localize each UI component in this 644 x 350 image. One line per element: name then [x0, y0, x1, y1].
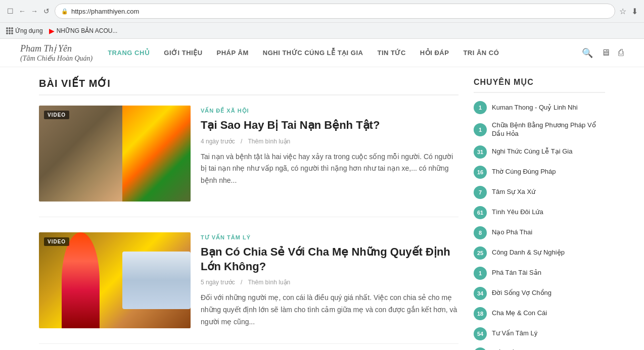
cat-badge: 7 — [474, 186, 487, 199]
cat-label: Nạo Phá Thai — [492, 228, 532, 237]
category-item[interactable]: 1Kuman Thong - Quỷ Linh Nhi — [474, 101, 605, 114]
cat-label: Tình Yêu Đôi Lứa — [492, 208, 543, 217]
category-item[interactable]: 54Tư Vấn Tâm Lý — [474, 327, 605, 340]
cat-badge: 8 — [474, 226, 487, 239]
logo-name: Pham Thị Yên — [20, 43, 93, 54]
browser-actions: ☆ ⬇ — [619, 7, 638, 16]
article-category-2[interactable]: TƯ VẤN TÂM LÝ — [201, 234, 458, 241]
search-icon[interactable]: 🔍 — [582, 47, 593, 59]
article-thumbnail-1[interactable]: VIDEO — [39, 106, 191, 202]
article-meta-2: 5 ngày trước / Thêm bình luận — [201, 279, 458, 286]
apps-label: Ứng dụng — [15, 27, 43, 34]
logo-subtitle: (Tâm Chiếu Hoàn Quán) — [20, 54, 93, 63]
cat-badge: 1 — [474, 101, 487, 114]
url-input[interactable] — [71, 8, 609, 15]
article-category-1[interactable]: VẤN ĐỀ XÃ HỘI — [201, 108, 458, 114]
forward-button[interactable]: → — [30, 7, 38, 15]
category-item[interactable]: 16Thờ Cúng Đúng Pháp — [474, 166, 605, 179]
category-list: 1Kuman Thong - Quỷ Linh Nhi1Chữa Bệnh Bằ… — [474, 101, 605, 350]
article-info-1: VẤN ĐỀ XÃ HỘI Tại Sao Hay Bị Tai Nạn Bện… — [201, 106, 458, 202]
sidebar-title: CHUYÊN MỤC — [474, 77, 605, 93]
cat-label: Tư Vấn Tâm Lý — [492, 329, 537, 338]
video-badge-1: VIDEO — [44, 111, 69, 119]
category-item[interactable]: 7Tâm Sự Xa Xứ — [474, 186, 605, 199]
back-button[interactable]: ← — [18, 7, 26, 15]
reload-button[interactable]: ↺ — [42, 7, 51, 15]
cat-badge: 31 — [474, 145, 487, 159]
article-comment-1[interactable]: Thêm bình luận — [248, 138, 291, 145]
nav-trang-chu[interactable]: TRANG CHỦ — [108, 49, 150, 57]
cat-badge: 25 — [474, 246, 487, 260]
bookmarks-bar: Ứng dụng ▶ NHỮNG BẢN ACOU... — [0, 22, 644, 38]
article-comment-2[interactable]: Thêm bình luận — [248, 279, 291, 286]
article-excerpt-2: Đối với những người mẹ, con cái là điều … — [201, 292, 458, 328]
article-title-1[interactable]: Tại Sao Hay Bị Tai Nạn Bệnh Tật? — [201, 118, 458, 133]
video-badge-2: VIDEO — [44, 237, 69, 246]
cat-label: Cha Mẹ & Con Cái — [492, 309, 547, 318]
cat-label: Đời Sống Vợ Chồng — [492, 289, 551, 297]
category-item[interactable]: 61Tình Yêu Đôi Lứa — [474, 206, 605, 219]
cat-label: Nghi Thức Cúng Lễ Tại Gia — [492, 147, 572, 156]
lock-icon: 🔒 — [61, 8, 68, 15]
site-header: Pham Thị Yên (Tâm Chiếu Hoàn Quán) TRANG… — [0, 39, 644, 67]
article-date-2: 5 ngày trước — [201, 279, 235, 286]
nav-phap-am[interactable]: PHÁP ÂM — [217, 49, 249, 57]
download-icon[interactable]: ⬇ — [631, 7, 638, 16]
cat-badge: 1 — [474, 123, 487, 136]
article-card: VIDEO VẤN ĐỀ XÃ HỘI Tại Sao Hay Bị Tai N… — [39, 106, 458, 217]
cat-label: Tâm Sự Xa Xứ — [492, 188, 535, 196]
nav-tin-tuc[interactable]: TIN TỨC — [377, 49, 405, 57]
article-title-2[interactable]: Bạn Có Chia Sẻ Với Cha Mẹ Những Quyết Đị… — [201, 245, 458, 274]
cat-badge: 44 — [474, 347, 487, 350]
nav-tri-an-co[interactable]: TRI ÂN CÓ — [463, 49, 499, 57]
article-excerpt-1: Tai nạn và bệnh tật là hai việc hay xảy … — [201, 151, 458, 187]
cat-badge: 16 — [474, 166, 487, 179]
category-item[interactable]: 44Vấn Đề Xã Hội — [474, 347, 605, 350]
apps-bookmark[interactable]: Ứng dụng — [6, 27, 43, 34]
sidebar: CHUYÊN MỤC 1Kuman Thong - Quỷ Linh Nhi1C… — [474, 77, 605, 350]
content-area: BÀI VIẾT MỚI VIDEO VẤN ĐỀ XÃ HỘI Tại Sao… — [39, 77, 458, 350]
article-meta-1: 4 ngày trước / Thêm bình luận — [201, 138, 458, 145]
category-item[interactable]: 18Cha Mẹ & Con Cái — [474, 307, 605, 320]
cat-label: Thờ Cúng Đúng Pháp — [492, 168, 556, 176]
cat-label: Chữa Bệnh Bằng Phương Pháp Vổ Dầu Hỏa — [492, 121, 605, 138]
apps-icon — [6, 27, 13, 34]
article-thumbnail-2[interactable]: VIDEO — [39, 232, 191, 328]
meta-separator-2: / — [241, 279, 242, 286]
cat-label: Phá Tán Tài Sản — [492, 269, 541, 277]
category-item[interactable]: 25Công Danh & Sự Nghiệp — [474, 246, 605, 260]
category-item[interactable]: 1Chữa Bệnh Bằng Phương Pháp Vổ Dầu Hỏa — [474, 121, 605, 138]
category-item[interactable]: 8Nạo Phá Thai — [474, 226, 605, 239]
browser-toolbar: ☐ ← → ↺ 🔒 ☆ ⬇ — [0, 0, 644, 22]
category-item[interactable]: 1Phá Tán Tài Sản — [474, 267, 605, 280]
cat-badge: 18 — [474, 307, 487, 320]
cat-badge: 61 — [474, 206, 487, 219]
article-date-1: 4 ngày trước — [201, 138, 235, 145]
youtube-bookmark[interactable]: ▶ NHỮNG BẢN ACOU... — [49, 27, 118, 35]
nav-nghi-thuc[interactable]: NGHI THỨC CÚNG LỄ TẠI GIA — [263, 49, 363, 57]
cat-badge: 1 — [474, 267, 487, 280]
article-card-2: VIDEO TƯ VẤN TÂM LÝ Bạn Có Chia Sẻ Với C… — [39, 232, 458, 344]
nav-hoi-dap[interactable]: HỎI ĐÁP — [420, 49, 449, 57]
meta-separator-1: / — [241, 138, 242, 145]
cat-badge: 34 — [474, 287, 487, 300]
window-close-button[interactable]: ☐ — [6, 7, 14, 15]
browser-chrome: ☐ ← → ↺ 🔒 ☆ ⬇ Ứng dụng ▶ NHỮNG BẢN ACOU.… — [0, 0, 644, 39]
site-logo[interactable]: Pham Thị Yên (Tâm Chiếu Hoàn Quán) — [20, 43, 93, 63]
cat-label: Công Danh & Sự Nghiệp — [492, 248, 565, 257]
youtube-label: NHỮNG BẢN ACOU... — [57, 27, 118, 34]
cat-badge: 54 — [474, 327, 487, 340]
address-bar[interactable]: 🔒 — [55, 4, 615, 19]
page-title: BÀI VIẾT MỚI — [39, 77, 458, 95]
star-icon[interactable]: ☆ — [619, 7, 626, 16]
main-nav: TRANG CHỦ GIỚI THIỆU PHÁP ÂM NGHI THỨC C… — [108, 49, 582, 57]
category-item[interactable]: 34Đời Sống Vợ Chồng — [474, 287, 605, 300]
nav-gioi-thieu[interactable]: GIỚI THIỆU — [164, 49, 202, 57]
article-info-2: TƯ VẤN TÂM LÝ Bạn Có Chia Sẻ Với Cha Mẹ … — [201, 232, 458, 328]
youtube-icon: ▶ — [49, 27, 55, 35]
header-icons: 🔍 🖥 ⎙ — [582, 47, 624, 59]
category-item[interactable]: 31Nghi Thức Cúng Lễ Tại Gia — [474, 145, 605, 159]
share-icon[interactable]: ⎙ — [618, 47, 624, 58]
monitor-icon[interactable]: 🖥 — [601, 47, 610, 58]
cat-label: Kuman Thong - Quỷ Linh Nhi — [492, 104, 578, 112]
